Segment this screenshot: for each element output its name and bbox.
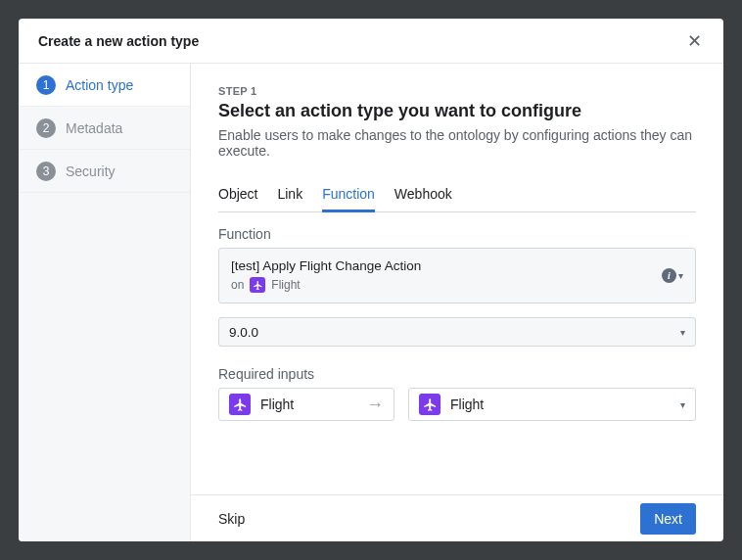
function-name: [test] Apply Flight Change Action bbox=[231, 258, 421, 273]
step-indicator: STEP 1 bbox=[218, 85, 696, 97]
function-selector[interactable]: [test] Apply Flight Change Action on Fli… bbox=[218, 248, 696, 303]
airplane-icon bbox=[419, 394, 441, 415]
sidebar-item-label: Metadata bbox=[66, 120, 122, 136]
airplane-icon bbox=[250, 277, 265, 293]
modal-footer: Skip Next bbox=[191, 494, 723, 541]
version-value: 9.0.0 bbox=[229, 325, 258, 340]
function-info-menu[interactable]: i ▾ bbox=[662, 268, 683, 283]
sidebar-item-security[interactable]: 3 Security bbox=[19, 150, 190, 193]
input-source-box: Flight → bbox=[218, 388, 394, 421]
input-source-label: Flight bbox=[260, 397, 294, 412]
required-inputs-label: Required inputs bbox=[218, 366, 696, 382]
page-subtitle: Enable users to make changes to the onto… bbox=[218, 127, 696, 159]
modal-header: Create a new action type ✕ bbox=[19, 19, 723, 64]
action-type-tabs: Object Link Function Webhook bbox=[218, 178, 696, 212]
step-number-badge: 1 bbox=[36, 75, 56, 95]
arrow-right-icon: → bbox=[366, 395, 384, 415]
modal-title: Create a new action type bbox=[38, 33, 199, 49]
function-field-label: Function bbox=[218, 226, 696, 242]
function-on-prefix: on bbox=[231, 278, 244, 292]
page-heading: Select an action type you want to config… bbox=[218, 101, 696, 121]
next-button[interactable]: Next bbox=[640, 503, 696, 535]
function-on-row: on Flight bbox=[231, 277, 421, 293]
content-area: STEP 1 Select an action type you want to… bbox=[191, 64, 723, 494]
modal-body: 1 Action type 2 Metadata 3 Security STEP… bbox=[19, 64, 723, 541]
tab-webhook[interactable]: Webhook bbox=[394, 178, 452, 212]
close-icon: ✕ bbox=[687, 31, 702, 51]
step-number-badge: 2 bbox=[36, 118, 56, 138]
chevron-down-icon: ▾ bbox=[680, 399, 685, 410]
function-details: [test] Apply Flight Change Action on Fli… bbox=[231, 258, 421, 293]
create-action-type-modal: Create a new action type ✕ 1 Action type… bbox=[19, 19, 723, 541]
info-icon: i bbox=[662, 268, 676, 283]
input-target-select[interactable]: Flight ▾ bbox=[408, 388, 696, 421]
tab-function[interactable]: Function bbox=[322, 178, 375, 212]
tab-object[interactable]: Object bbox=[218, 178, 257, 212]
function-on-object: Flight bbox=[271, 278, 300, 292]
step-number-badge: 3 bbox=[36, 162, 56, 181]
sidebar-item-action-type[interactable]: 1 Action type bbox=[19, 64, 190, 107]
wizard-sidebar: 1 Action type 2 Metadata 3 Security bbox=[19, 64, 191, 541]
chevron-down-icon: ▾ bbox=[680, 327, 685, 338]
airplane-icon bbox=[229, 394, 251, 415]
sidebar-item-label: Action type bbox=[66, 77, 133, 93]
input-target-label: Flight bbox=[450, 397, 484, 412]
close-button[interactable]: ✕ bbox=[683, 28, 706, 54]
sidebar-item-label: Security bbox=[66, 163, 116, 179]
chevron-down-icon: ▾ bbox=[678, 270, 683, 281]
tab-link[interactable]: Link bbox=[277, 178, 302, 212]
main-panel: STEP 1 Select an action type you want to… bbox=[191, 64, 723, 541]
skip-button[interactable]: Skip bbox=[218, 511, 245, 527]
version-select[interactable]: 9.0.0 ▾ bbox=[218, 317, 696, 347]
sidebar-item-metadata[interactable]: 2 Metadata bbox=[19, 107, 190, 150]
required-inputs-row: Flight → Flight ▾ bbox=[218, 388, 696, 421]
